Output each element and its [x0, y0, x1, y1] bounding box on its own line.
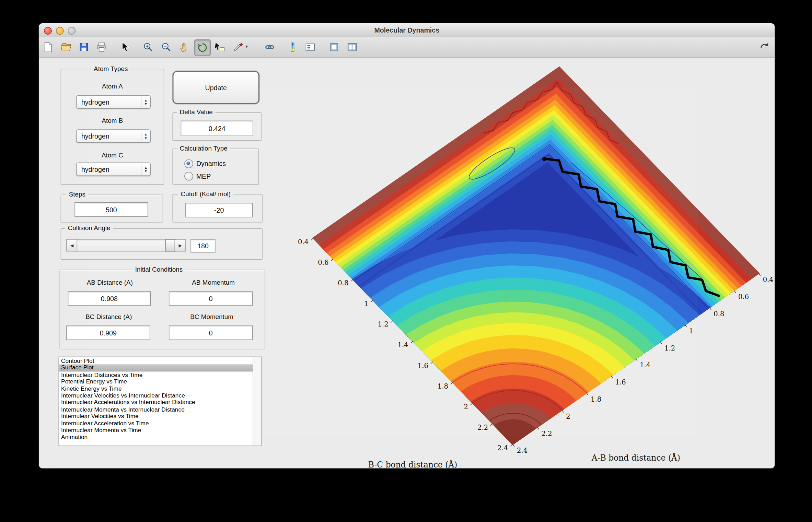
svg-text:1.6: 1.6 [615, 378, 626, 386]
pan-button[interactable] [177, 39, 192, 55]
list-item[interactable]: Internulear Velocities vs Time [59, 413, 253, 420]
steps-field[interactable] [74, 202, 148, 217]
insert-colorbar-button[interactable] [285, 39, 300, 55]
x-axis-label: A-B bond distance (Å) [591, 453, 680, 463]
bc-momentum-label: BC Momentum [170, 313, 253, 320]
steps-panel: Steps [61, 194, 163, 222]
ab-momentum-label: AB Momentum [172, 279, 255, 286]
show-plot-tools-button[interactable] [344, 39, 360, 55]
steps-title: Steps [66, 191, 88, 199]
collision-angle-panel: Collision Angle ◀ ▶ [61, 228, 263, 260]
bc-distance-field[interactable] [66, 325, 150, 340]
insert-legend-button[interactable] [302, 39, 318, 55]
delta-value-field[interactable] [181, 121, 253, 136]
update-button[interactable]: Update [172, 71, 259, 104]
collision-angle-slider[interactable] [77, 239, 175, 251]
mep-radio-label: MEP [196, 172, 211, 180]
rotate-3d-icon [197, 42, 208, 53]
ab-momentum-field[interactable] [169, 292, 253, 306]
zoom-in-icon [142, 41, 154, 53]
list-item[interactable]: Internuclear Distances vs Time [59, 371, 253, 378]
link-plot-button[interactable] [262, 39, 278, 55]
svg-text:0.4: 0.4 [763, 276, 774, 284]
zoom-out-button[interactable] [159, 39, 174, 55]
list-item[interactable]: Internuclear Velocities vs Internuclear … [59, 392, 253, 399]
atom-c-label: Atom C [61, 152, 164, 159]
edit-plot-button[interactable] [117, 39, 132, 55]
print-figure-button[interactable] [94, 39, 109, 55]
open-file-button[interactable] [58, 39, 73, 55]
calculation-type-panel: Calculation Type Dynamics MEP [172, 149, 259, 185]
mep-radio[interactable] [184, 172, 193, 181]
dynamics-radio[interactable] [184, 159, 193, 168]
list-item[interactable]: Internuclear Momenta vs Internuclear Dis… [59, 406, 253, 413]
rotate-3d-button[interactable] [194, 39, 211, 56]
list-item[interactable]: Surface Plot [59, 365, 253, 371]
svg-text:1.4: 1.4 [640, 361, 650, 369]
list-item[interactable]: Contour Plot [59, 358, 253, 365]
bc-momentum-field[interactable] [169, 325, 253, 340]
ab-distance-field[interactable] [68, 292, 151, 306]
new-figure-button[interactable] [40, 39, 56, 55]
data-cursor-button[interactable] [212, 39, 227, 55]
edit-plot-icon [119, 41, 130, 53]
list-item[interactable]: Potential Energy vs Time [59, 378, 253, 385]
atom-a-stepper-icon: ▲▼ [141, 96, 150, 108]
slider-left-arrow[interactable]: ◀ [66, 239, 78, 251]
collision-angle-title: Collision Angle [65, 225, 113, 233]
open-file-icon [60, 41, 71, 53]
svg-text:1.8: 1.8 [438, 382, 448, 390]
atom-c-popup[interactable]: hydrogen ▲▼ [76, 163, 151, 176]
list-item[interactable]: Internuclear Accelerations vs Internucle… [59, 399, 253, 406]
dock-figure-icon [759, 41, 770, 53]
svg-text:1.8: 1.8 [591, 395, 601, 403]
cutoff-field[interactable] [185, 203, 253, 217]
delta-value-title: Delta Value [177, 109, 215, 117]
atom-types-title: Atom Types [91, 65, 130, 73]
slider-thumb[interactable] [165, 239, 175, 251]
toolbar: ▾ [39, 37, 775, 58]
atom-b-label: Atom B [61, 117, 164, 124]
list-item[interactable]: Internuclear Acceleration vs Time [59, 420, 253, 427]
ab-distance-label: AB Distance (A) [68, 279, 151, 286]
save-figure-button[interactable] [76, 39, 92, 55]
dock-figure-button[interactable] [758, 39, 771, 55]
listbox-scrollbar[interactable] [253, 357, 261, 446]
link-plot-icon [264, 41, 276, 53]
bc-distance-label: BC Distance (A) [67, 313, 150, 320]
zoom-in-button[interactable] [140, 39, 156, 55]
list-item[interactable]: Internuclear Momenta vs Time [59, 427, 253, 434]
brush-icon [232, 41, 243, 53]
list-item[interactable]: Animation [59, 434, 253, 441]
insert-colorbar-icon [287, 41, 298, 53]
atom-a-value: hydrogen [77, 98, 141, 106]
svg-text:1: 1 [364, 300, 368, 308]
zoom-out-icon [161, 41, 172, 53]
app-window: 0.40.60.811.21.41.61.822.22.40.40.60.811… [39, 23, 775, 468]
brush-dropdown-caret[interactable]: ▾ [245, 44, 248, 49]
plot-type-listbox[interactable]: Contour PlotSurface PlotInternuclear Dis… [59, 357, 262, 446]
atom-b-stepper-icon: ▲▼ [141, 130, 150, 142]
delta-value-panel: Delta Value [172, 112, 262, 141]
atom-a-popup[interactable]: hydrogen ▲▼ [76, 95, 151, 109]
dynamics-radio-label: Dynamics [196, 160, 226, 168]
cutoff-title: Cutoff (Kcal/ mol) [178, 190, 233, 198]
slider-right-arrow[interactable]: ▶ [175, 239, 186, 251]
svg-text:2.2: 2.2 [477, 424, 488, 431]
svg-text:1.2: 1.2 [378, 320, 388, 328]
list-item[interactable]: Kinetic Energy vs Time [59, 385, 253, 392]
show-plot-tools-icon [346, 41, 358, 53]
data-cursor-icon [214, 41, 225, 53]
atom-types-panel: Atom Types Atom A hydrogen ▲▼ Atom B hyd… [61, 69, 164, 185]
svg-text:2.2: 2.2 [542, 430, 552, 438]
hide-plot-tools-button[interactable] [326, 39, 342, 55]
collision-angle-field[interactable] [190, 239, 215, 252]
svg-text:1.2: 1.2 [664, 344, 675, 352]
update-button-label: Update [205, 84, 227, 92]
atom-a-label: Atom A [61, 83, 164, 90]
atom-b-popup[interactable]: hydrogen ▲▼ [76, 129, 151, 143]
brush-data-button[interactable] [230, 39, 245, 55]
svg-text:1.4: 1.4 [398, 341, 408, 349]
svg-text:0.6: 0.6 [738, 293, 749, 301]
title-bar: Molecular Dynamics [39, 23, 775, 38]
